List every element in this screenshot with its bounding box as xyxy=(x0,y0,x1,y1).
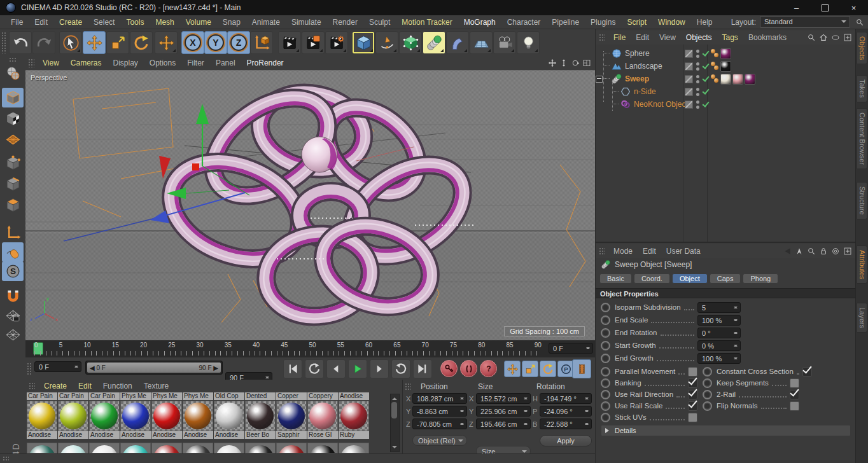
toolbar-grip[interactable] xyxy=(1,32,7,53)
keyframe-help-button[interactable] xyxy=(480,360,497,377)
material-tile[interactable]: Phys MeAnodise xyxy=(183,392,213,439)
menu-motion-tracker[interactable]: Motion Tracker xyxy=(396,18,458,27)
key-rotation-toggle[interactable] xyxy=(540,361,556,377)
material-tile[interactable] xyxy=(245,443,276,453)
snap-settings-button[interactable] xyxy=(2,261,24,281)
pos-y-field[interactable]: -8.863 cm xyxy=(412,406,467,417)
home-icon[interactable] xyxy=(819,33,828,42)
material-tile[interactable]: DentedBeer Bo xyxy=(245,392,276,439)
radio-icon[interactable] xyxy=(601,367,610,377)
attribute-grip[interactable] xyxy=(599,247,605,256)
end-growth-field[interactable]: 100 % xyxy=(697,353,741,364)
close-button[interactable]: × xyxy=(839,0,868,15)
edges-mode-button[interactable] xyxy=(2,174,24,194)
orbit-view-icon[interactable] xyxy=(571,59,580,67)
rot-p-field[interactable]: -24.096 ° xyxy=(540,406,592,417)
visibility-dots[interactable] xyxy=(696,62,699,71)
menu-mograph[interactable]: MoGraph xyxy=(458,18,501,27)
menu-window[interactable]: Window xyxy=(652,18,691,27)
enabled-check-icon[interactable] xyxy=(702,62,710,70)
material-tile[interactable] xyxy=(151,443,182,453)
menu-plugins[interactable]: Plugins xyxy=(585,18,621,27)
om-menu-edit[interactable]: Edit xyxy=(631,33,654,42)
menu-edit[interactable]: Edit xyxy=(29,18,53,27)
material-tile[interactable]: Car PainAnodise xyxy=(58,392,88,439)
material-tag[interactable] xyxy=(720,61,731,72)
zoom-view-icon[interactable] xyxy=(559,59,568,67)
workplane-paint-button[interactable] xyxy=(2,130,24,149)
radio-icon[interactable] xyxy=(601,341,610,350)
radio-icon[interactable] xyxy=(601,315,610,325)
current-frame-field[interactable]: 0 F xyxy=(549,343,593,354)
keyframe-selection-button[interactable] xyxy=(572,359,591,378)
coordinates-grip[interactable] xyxy=(405,383,411,391)
menu-volume[interactable]: Volume xyxy=(180,18,217,27)
use-rail-direction-checkbox[interactable] xyxy=(688,390,697,399)
lock-icon[interactable] xyxy=(819,247,828,256)
mode-toolbar-grip[interactable] xyxy=(9,57,17,62)
material-tile[interactable] xyxy=(214,443,244,453)
coordinate-system-button[interactable] xyxy=(250,31,273,54)
visibility-dots[interactable] xyxy=(696,50,699,58)
material-tag[interactable] xyxy=(745,74,755,85)
radio-icon[interactable] xyxy=(703,378,712,388)
menu-pipeline[interactable]: Pipeline xyxy=(546,18,585,27)
minimize-button[interactable]: – xyxy=(782,0,811,15)
radio-icon[interactable] xyxy=(601,390,610,399)
enabled-check-icon[interactable] xyxy=(702,100,710,108)
texture-mode-button[interactable] xyxy=(2,109,24,128)
phong-tag-icon[interactable] xyxy=(710,74,720,84)
material-menu-grip[interactable] xyxy=(29,382,35,390)
material-tile[interactable]: CopperSapphir xyxy=(276,392,307,439)
goto-start-button[interactable] xyxy=(283,359,302,378)
viewport-menu-cameras[interactable]: Cameras xyxy=(65,59,108,67)
object-name[interactable]: NeoKnot Object xyxy=(634,100,688,109)
end-scale-field[interactable]: 100 % xyxy=(697,315,741,326)
om-menu-bookmarks[interactable]: Bookmarks xyxy=(743,33,792,42)
timeline-ruler[interactable]: 051015202530354045505560657075808590 0 F xyxy=(25,340,595,358)
viewport-canvas[interactable]: y x z Perspective Grid Spacing : 100 cm xyxy=(25,70,595,340)
layer-toggle[interactable] xyxy=(685,62,693,71)
transport-grip[interactable] xyxy=(27,363,32,375)
enable-axis-button[interactable] xyxy=(2,223,24,243)
menu-character[interactable]: Character xyxy=(501,18,547,27)
add-panel-icon[interactable] xyxy=(843,33,852,42)
tab-caps[interactable]: Caps xyxy=(710,273,741,284)
radio-icon[interactable] xyxy=(703,390,712,399)
viewport-menu-display[interactable]: Display xyxy=(107,59,143,67)
material-menu-create[interactable]: Create xyxy=(38,382,73,390)
pos-x-field[interactable]: 108.287 cm xyxy=(412,393,467,404)
object-manager-grip[interactable] xyxy=(599,34,605,42)
menu-snap[interactable]: Snap xyxy=(217,18,246,27)
section-header[interactable]: Object Properties xyxy=(596,288,856,298)
visibility-dots[interactable] xyxy=(696,75,699,83)
end-rotation-field[interactable]: 0 ° xyxy=(697,328,741,338)
material-tile[interactable] xyxy=(120,443,151,453)
tab-coord[interactable]: Coord. xyxy=(634,273,670,284)
history-back-icon[interactable] xyxy=(783,247,792,256)
menu-create[interactable]: Create xyxy=(53,18,88,27)
om-menu-view[interactable]: View xyxy=(654,33,681,42)
radio-icon[interactable] xyxy=(703,401,712,411)
material-tile[interactable]: Phys MeAnodise xyxy=(151,392,182,439)
freehand-spline-button[interactable] xyxy=(375,31,398,54)
pan-view-icon[interactable] xyxy=(548,59,557,67)
record-keyframe-button[interactable] xyxy=(440,360,458,377)
scroll-down-icon[interactable] xyxy=(392,446,397,451)
viewport-solo-button[interactable] xyxy=(2,242,24,262)
apply-button[interactable]: Apply xyxy=(540,435,592,446)
object-name[interactable]: Landscape xyxy=(625,62,662,71)
maximize-button[interactable] xyxy=(811,0,839,15)
enabled-check-icon[interactable] xyxy=(702,88,710,95)
rot-b-field[interactable]: -22.588 ° xyxy=(540,418,592,429)
enabled-check-icon[interactable] xyxy=(702,50,710,57)
viewport-menu-options[interactable]: Options xyxy=(144,59,181,67)
rot-h-field[interactable]: -194.749 ° xyxy=(540,393,592,404)
collapse-icon[interactable] xyxy=(596,76,603,83)
material-scrollbar[interactable] xyxy=(390,394,400,452)
search-icon[interactable] xyxy=(855,18,864,27)
material-tile[interactable] xyxy=(27,443,57,453)
status-grip[interactable] xyxy=(3,456,9,462)
visibility-dots[interactable] xyxy=(696,100,699,109)
am-menu-edit[interactable]: Edit xyxy=(638,247,661,256)
